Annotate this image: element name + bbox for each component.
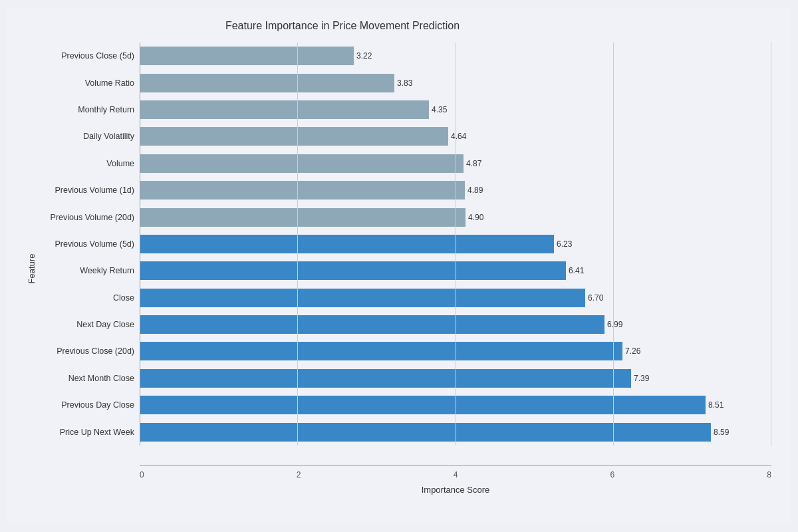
bar-fill [140,315,604,334]
bars-wrapper: Previous Close (5d)3.22Volume Ratio3.83M… [140,43,771,466]
bar-label: Volume Ratio [28,78,134,88]
bar-fill [140,369,631,388]
bar-row: Close6.70 [140,285,771,311]
x-tick: 2 [297,470,301,479]
bar-value: 6.41 [569,266,584,275]
bar-value: 7.26 [625,346,640,356]
bar-value: 4.87 [466,159,481,168]
bar-track: 8.51 [140,396,771,414]
bars-and-grid: Feature Previous Close (5d)3.22Volume Ra… [140,43,771,495]
bar-label: Close [28,293,134,303]
bar-row: Next Month Close7.39 [140,365,771,392]
bar-row: Monthly Return4.35 [140,96,771,123]
bar-row: Volume Ratio3.83 [140,70,771,96]
bar-label: Volume [28,159,134,168]
bar-fill [140,208,466,227]
bar-row: Previous Volume (5d)6.23 [140,231,771,257]
bar-label: Previous Close (5d) [28,51,134,61]
bar-track: 6.99 [140,315,771,334]
bar-row: Previous Volume (1d)4.89 [140,177,771,203]
bar-track: 6.70 [140,289,771,307]
x-tick: 6 [610,470,614,479]
bar-row: Daily Volatility4.64 [140,123,771,150]
x-tick: 0 [140,470,144,479]
bar-value: 6.70 [588,293,603,303]
bar-track: 4.89 [140,181,771,200]
bar-fill [140,423,711,442]
bar-row: Previous Close (20d)7.26 [140,338,771,364]
bar-track: 7.26 [140,342,771,360]
chart-area: Feature Previous Close (5d)3.22Volume Ra… [140,43,771,495]
bar-label: Price Up Next Week [28,428,134,437]
bar-track: 7.39 [140,369,771,388]
bar-label: Previous Day Close [28,400,134,410]
bar-row: Price Up Next Week8.59 [140,419,771,446]
bar-fill [140,74,394,92]
bar-fill [140,396,706,414]
bar-fill [140,100,429,119]
bar-track: 4.64 [140,127,771,146]
x-axis: 02468 [140,466,771,479]
chart-title: Feature Importance in Price Movement Pre… [27,20,658,32]
bar-fill [140,342,622,360]
bar-row: Previous Day Close8.51 [140,392,771,418]
bar-value: 7.39 [634,374,649,383]
bar-row: Previous Volume (20d)4.90 [140,204,771,231]
chart-container: Feature Importance in Price Movement Pre… [7,7,791,525]
bar-row: Weekly Return6.41 [140,257,771,284]
bar-track: 4.87 [140,154,771,173]
bar-label: Previous Volume (20d) [28,213,134,222]
bar-label: Previous Volume (5d) [28,239,134,249]
bar-track: 3.22 [140,47,771,65]
bar-row: Previous Close (5d)3.22 [140,43,771,69]
bar-value: 8.51 [708,400,724,410]
bar-fill [140,261,566,280]
bar-fill [140,235,554,253]
x-tick: 8 [767,470,771,479]
bar-track: 8.59 [140,423,771,442]
bar-track: 4.90 [140,208,771,227]
bar-value: 3.22 [356,51,372,61]
bar-value: 6.99 [607,320,622,329]
bar-track: 6.41 [140,261,771,280]
bar-track: 4.35 [140,100,771,119]
bar-track: 3.83 [140,74,771,92]
bar-row: Next Day Close6.99 [140,311,771,338]
bar-fill [140,47,354,65]
bar-label: Weekly Return [28,266,134,275]
bar-value: 6.23 [557,239,572,249]
bar-label: Daily Volatility [28,132,134,141]
bar-value: 3.83 [397,78,412,88]
bar-value: 4.64 [451,132,466,141]
bar-fill [140,127,448,146]
bar-label: Monthly Return [28,105,134,114]
bar-fill [140,289,585,307]
bar-label: Next Month Close [28,374,134,383]
bar-label: Next Day Close [28,320,134,329]
x-tick: 4 [454,470,458,479]
bar-value: 4.89 [467,186,483,195]
bar-label: Previous Close (20d) [28,346,134,356]
bar-fill [140,181,465,200]
bar-fill [140,154,464,173]
bar-value: 8.59 [714,428,729,437]
bar-track: 6.23 [140,235,771,253]
bar-value: 4.90 [468,213,483,222]
bar-value: 4.35 [432,105,447,114]
bar-label: Previous Volume (1d) [28,186,134,195]
bar-row: Volume4.87 [140,150,771,177]
x-axis-label: Importance Score [140,485,771,495]
